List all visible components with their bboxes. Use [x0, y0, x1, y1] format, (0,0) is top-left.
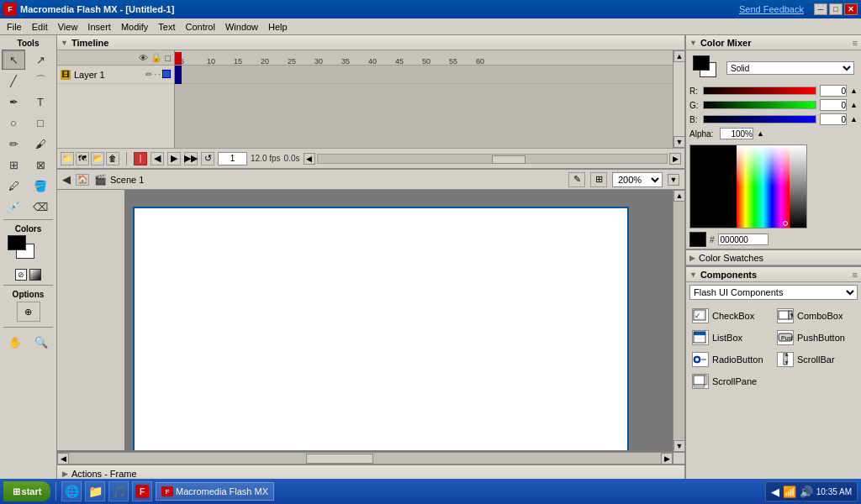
send-feedback-link[interactable]: Send Feedback: [739, 4, 804, 14]
timeline-scroll-thumb[interactable]: [492, 155, 526, 164]
component-listbox[interactable]: ListBox: [689, 328, 773, 348]
layer-lock-ctrl[interactable]: ·: [158, 70, 161, 79]
tool-filltransform[interactable]: ⊠: [29, 155, 52, 175]
timeline-collapse-arrow[interactable]: ▼: [61, 39, 68, 47]
restore-button[interactable]: □: [829, 3, 843, 15]
no-fill-button[interactable]: ⊘: [15, 269, 27, 281]
tool-line[interactable]: ╱: [2, 71, 25, 91]
play-button[interactable]: ▶: [167, 152, 181, 165]
menu-text[interactable]: Text: [153, 20, 180, 34]
add-layer-icon[interactable]: 📁: [61, 152, 74, 165]
menu-insert[interactable]: Insert: [82, 20, 116, 34]
timeline-scroll-right[interactable]: ▶: [669, 153, 681, 165]
timeline-scroll-left[interactable]: ◀: [304, 153, 315, 165]
frame-number-input[interactable]: 1: [218, 152, 247, 165]
edit-symbols-button[interactable]: ✎: [568, 172, 585, 187]
flash-canvas[interactable]: [133, 207, 629, 450]
color-swatches-header[interactable]: ▶ Color Swatches: [686, 250, 861, 265]
component-combobox[interactable]: ▼ ComboBox: [774, 306, 858, 326]
components-dropdown[interactable]: Flash UI Components: [689, 285, 858, 300]
component-scrollbar[interactable]: ▲ ▼ ScrollBar: [774, 349, 858, 370]
view-zoom[interactable]: 🔍: [29, 332, 53, 352]
stroke-swatch-mixer[interactable]: [693, 55, 710, 71]
menu-edit[interactable]: Edit: [27, 20, 53, 34]
canvas-scroll-h[interactable]: ◀ ▶: [57, 452, 673, 464]
taskbar-ie-icon[interactable]: 🌐: [61, 481, 82, 501]
canvas-area[interactable]: ▲ ▼ ◀ ▶: [57, 190, 684, 464]
canvas-scroll-left[interactable]: ◀: [57, 453, 69, 464]
b-spinner-up[interactable]: ▲: [850, 115, 858, 123]
g-spinner-up[interactable]: ▲: [850, 101, 858, 109]
tool-eyedropper[interactable]: 💉: [2, 197, 25, 217]
alpha-input[interactable]: [720, 128, 753, 139]
component-scrollpane[interactable]: ScrollPane: [689, 371, 773, 391]
menu-modify[interactable]: Modify: [116, 20, 153, 34]
r-spinner-up[interactable]: ▲: [850, 87, 858, 95]
tool-subselect[interactable]: ↗: [29, 50, 52, 70]
color-mixer-options[interactable]: ≡: [853, 38, 858, 48]
frames-grid[interactable]: [175, 66, 684, 148]
stroke-color-swatch[interactable]: [8, 235, 26, 250]
canvas-scroll-down[interactable]: ▼: [673, 440, 684, 452]
tool-ink[interactable]: 🖊: [2, 176, 25, 196]
canvas-scroll-h-thumb[interactable]: [306, 454, 373, 464]
zoom-select[interactable]: 200% 50% 100% 150% 400% 800%: [612, 172, 663, 187]
color-spectrum[interactable]: [689, 144, 807, 228]
components-arrow[interactable]: ▼: [689, 270, 697, 279]
menu-help[interactable]: Help: [263, 20, 293, 34]
taskbar-media-icon[interactable]: 🎵: [108, 481, 129, 501]
tool-freetransform[interactable]: ⊞: [2, 155, 25, 175]
taskbar-flash-window[interactable]: F Macromedia Flash MX: [156, 482, 274, 501]
actions-expand-arrow[interactable]: ▶: [62, 470, 68, 478]
menu-window[interactable]: Window: [220, 20, 263, 34]
layer-visible-icon[interactable]: ·: [154, 70, 156, 79]
scene-icon[interactable]: 🏠: [76, 174, 89, 186]
scroll-down-arrow[interactable]: ▼: [673, 136, 684, 148]
components-options[interactable]: ≡: [853, 270, 858, 280]
g-input[interactable]: 0: [820, 99, 847, 111]
b-input[interactable]: 0: [820, 113, 847, 125]
tool-paint[interactable]: 🪣: [29, 176, 52, 196]
loop-button[interactable]: ↺: [201, 152, 214, 165]
close-button[interactable]: ✕: [844, 3, 858, 15]
tool-pencil[interactable]: ✏: [2, 134, 25, 154]
swap-colors-button[interactable]: [29, 269, 41, 281]
delete-layer-button[interactable]: 🗑: [106, 152, 119, 165]
tool-brush[interactable]: 🖌: [29, 134, 52, 154]
timeline-scroll-v[interactable]: ▲ ▼: [673, 50, 684, 148]
tool-arrow[interactable]: ↖: [2, 50, 25, 70]
canvas-scroll-v[interactable]: ▲ ▼: [673, 190, 684, 452]
tool-pen[interactable]: ✒: [2, 92, 25, 112]
component-pushbutton[interactable]: Push PushButton: [774, 328, 858, 348]
menu-control[interactable]: Control: [180, 20, 219, 34]
tool-rectangle[interactable]: □: [29, 113, 52, 133]
eye-icon[interactable]: 👁: [139, 53, 148, 63]
tool-oval[interactable]: ○: [2, 113, 25, 133]
add-motion-guide-icon[interactable]: 🗺: [76, 152, 89, 165]
taskbar-explorer-icon[interactable]: 📁: [85, 481, 105, 501]
color-mixer-arrow[interactable]: ▼: [689, 39, 697, 47]
minimize-button[interactable]: ─: [814, 3, 827, 15]
tray-arrow-icon[interactable]: ◀: [771, 486, 779, 498]
b-slider[interactable]: [703, 115, 816, 123]
component-radiobutton[interactable]: RadioButton: [689, 349, 773, 370]
insert-layer-folder-icon[interactable]: 📂: [91, 152, 104, 165]
r-slider[interactable]: [703, 87, 816, 95]
tray-volume-icon[interactable]: 🔊: [800, 486, 813, 498]
fill-type-select[interactable]: Solid None Linear Radial Bitmap: [726, 61, 854, 75]
taskbar-flash-icon[interactable]: F: [132, 481, 152, 501]
brightness-strip[interactable]: [790, 145, 806, 228]
component-checkbox[interactable]: ✓ CheckBox: [689, 306, 773, 326]
hex-input[interactable]: [718, 234, 769, 245]
tool-lasso[interactable]: ⌒: [29, 71, 52, 91]
menu-view[interactable]: View: [53, 20, 83, 34]
step-back-button[interactable]: ◀: [151, 152, 164, 165]
tool-eraser[interactable]: ⌫: [29, 197, 52, 217]
start-button[interactable]: ⊞ start: [3, 481, 50, 501]
outline-icon[interactable]: □: [165, 53, 171, 63]
snap-to-magnet-button[interactable]: ⊕: [17, 302, 40, 322]
color-swatches-arrow[interactable]: ▶: [689, 254, 695, 262]
r-input[interactable]: 0: [820, 85, 847, 97]
layer-pencil-icon[interactable]: ✏: [145, 70, 152, 79]
layer-name-1[interactable]: Layer 1: [74, 70, 142, 80]
